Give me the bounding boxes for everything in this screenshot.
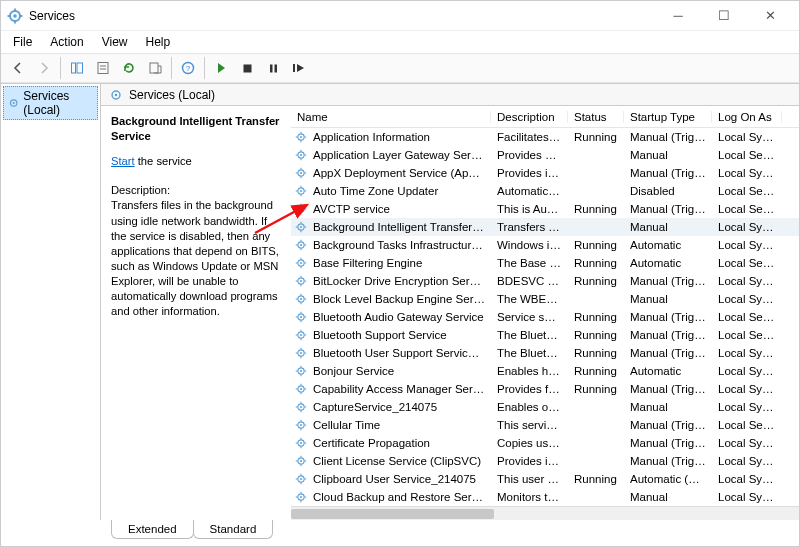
service-row[interactable]: Bluetooth User Support Service_214075The… [291,344,799,362]
service-row[interactable]: Cloud Backup and Restore Service_214...M… [291,488,799,506]
service-name: Bluetooth User Support Service_214075 [307,347,491,359]
service-gear-icon [291,454,307,468]
minimize-button[interactable]: ─ [655,1,701,31]
svg-point-19 [13,102,15,104]
help-button[interactable]: ? [176,56,200,80]
service-startup: Manual (Trigg... [624,383,712,395]
col-logon[interactable]: Log On As [712,111,782,123]
svg-text:?: ? [186,64,191,73]
maximize-button[interactable]: ☐ [701,1,747,31]
service-startup: Manual (Trigg... [624,311,712,323]
service-row[interactable]: Block Level Backup Engine ServiceThe WBE… [291,290,799,308]
service-desc: Facilitates th... [491,131,568,143]
svg-point-143 [300,496,302,498]
svg-point-101 [300,370,302,372]
service-logon: Local Syster [712,293,782,305]
app-icon [7,8,23,24]
service-row[interactable]: CaptureService_214075Enables opti...Manu… [291,398,799,416]
service-row[interactable]: Background Intelligent Transfer ServiceT… [291,218,799,236]
col-status[interactable]: Status [568,111,624,123]
tab-standard[interactable]: Standard [193,520,274,539]
svg-point-1 [13,14,17,18]
refresh-button[interactable] [117,56,141,80]
start-service-link[interactable]: Start [111,155,135,167]
service-row[interactable]: Background Tasks Infrastructure ServiceW… [291,236,799,254]
tab-extended[interactable]: Extended [111,520,194,539]
service-status: Running [568,131,624,143]
service-logon: Local Servic [712,257,782,269]
service-row[interactable]: Application InformationFacilitates th...… [291,128,799,146]
service-row[interactable]: Capability Access Manager ServiceProvide… [291,380,799,398]
service-name: Client License Service (ClipSVC) [307,455,491,467]
service-row[interactable]: Cellular TimeThis service ...Manual (Tri… [291,416,799,434]
col-description[interactable]: Description [491,111,568,123]
service-row[interactable]: Application Layer Gateway ServiceProvide… [291,146,799,164]
service-name: Application Layer Gateway Service [307,149,491,161]
service-gear-icon [291,364,307,378]
service-row[interactable]: AVCTP serviceThis is Audio...RunningManu… [291,200,799,218]
service-logon: Local Servic [712,185,782,197]
menu-view[interactable]: View [94,33,136,51]
svg-point-41 [300,190,302,192]
service-desc: BDESVC hos... [491,275,568,287]
service-name: Bluetooth Audio Gateway Service [307,311,491,323]
menu-help[interactable]: Help [138,33,179,51]
service-row[interactable]: Client License Service (ClipSVC)Provides… [291,452,799,470]
service-startup: Manual (Trigg... [624,203,712,215]
service-gear-icon [291,184,307,198]
service-gear-icon [291,328,307,342]
svg-rect-7 [77,63,83,73]
service-desc: The Bluetoo... [491,347,568,359]
service-status: Running [568,473,624,485]
service-logon: Local Syster [712,491,782,503]
main-area: Services (Local) Services (Local) Backgr… [1,83,799,520]
svg-point-131 [300,460,302,462]
service-status: Running [568,347,624,359]
menu-file[interactable]: File [5,33,40,51]
service-status: Running [568,329,624,341]
service-status: Running [568,239,624,251]
service-row[interactable]: Bonjour ServiceEnables har...RunningAuto… [291,362,799,380]
svg-point-59 [300,244,302,246]
service-logon: Local Syster [712,275,782,287]
tree-node-services-local[interactable]: Services (Local) [3,86,98,120]
svg-rect-14 [243,64,251,72]
service-rows[interactable]: Application InformationFacilitates th...… [291,128,799,506]
service-row[interactable]: Clipboard User Service_214075This user s… [291,470,799,488]
col-name[interactable]: Name [291,111,491,123]
service-name: Background Tasks Infrastructure Service [307,239,491,251]
stop-service-button[interactable] [235,56,259,80]
content-pane: Services (Local) Background Intelligent … [101,84,799,520]
service-row[interactable]: Bluetooth Audio Gateway ServiceService s… [291,308,799,326]
pause-service-button[interactable] [261,56,285,80]
service-startup: Manual [624,491,712,503]
service-startup: Manual (Trigg... [624,437,712,449]
service-row[interactable]: AppX Deployment Service (AppXSVC)Provide… [291,164,799,182]
forward-button[interactable] [32,56,56,80]
menu-action[interactable]: Action [42,33,91,51]
svg-rect-17 [293,64,295,72]
horizontal-scrollbar[interactable] [291,506,799,520]
col-startup[interactable]: Startup Type [624,111,712,123]
service-row[interactable]: Certificate PropagationCopies user ...Ma… [291,434,799,452]
start-service-button[interactable] [209,56,233,80]
service-row[interactable]: BitLocker Drive Encryption ServiceBDESVC… [291,272,799,290]
properties-button[interactable] [91,56,115,80]
service-logon: Local Servic [712,311,782,323]
service-row[interactable]: Base Filtering EngineThe Base Filt...Run… [291,254,799,272]
export-list-button[interactable] [143,56,167,80]
show-hide-tree-button[interactable] [65,56,89,80]
service-desc: Enables har... [491,365,568,377]
service-logon: Local Syster [712,473,782,485]
svg-point-23 [300,136,302,138]
view-tabs: Extended Standard [1,520,799,546]
service-gear-icon [291,130,307,144]
restart-service-button[interactable] [287,56,311,80]
service-logon: Local Syster [712,347,782,359]
service-row[interactable]: Bluetooth Support ServiceThe Bluetoo...R… [291,326,799,344]
service-desc: Enables opti... [491,401,568,413]
close-button[interactable]: ✕ [747,1,793,31]
back-button[interactable] [6,56,30,80]
service-row[interactable]: Auto Time Zone UpdaterAutomaticall...Dis… [291,182,799,200]
service-startup: Automatic [624,257,712,269]
